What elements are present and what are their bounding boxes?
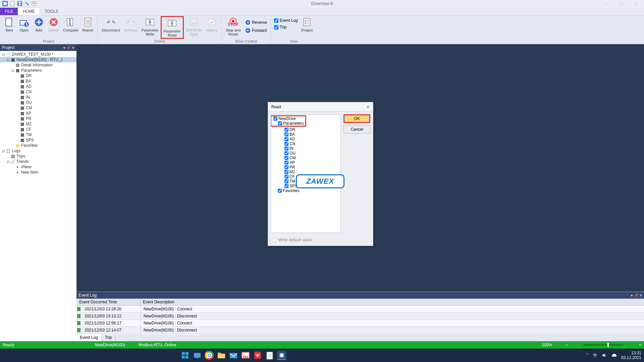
dtree-ap[interactable]: AP (271, 160, 340, 165)
dtree-favorites[interactable]: Favorites (271, 188, 340, 193)
dtree-cm[interactable]: CM (271, 156, 340, 160)
tree-param-cm[interactable]: ▦CM (0, 105, 76, 111)
dtree-ba[interactable]: BA (271, 132, 340, 137)
tree-logs[interactable]: ⊟📋Logs (0, 148, 76, 154)
tree-trends[interactable]: ⊟📈Trends (0, 159, 76, 164)
task-view-icon[interactable] (193, 351, 202, 360)
tree-root[interactable]: ⊟📄ZAWEX_TEST_M100 * (0, 52, 76, 57)
history-button[interactable]: History (204, 16, 219, 39)
dtree-m2[interactable]: M2 (271, 170, 340, 174)
eeprom-save-button[interactable]: EEPROM Save (184, 16, 204, 39)
tree-param-ad[interactable]: ▦AD (0, 84, 76, 89)
event-row[interactable]: 2021/12/03 13:13:22NewDrive(M100) : Disc… (76, 313, 644, 320)
delete-button[interactable]: Delete (46, 16, 61, 33)
tree-drive[interactable]: ⊟▦NewDrive(M100) - RTU_1 (0, 57, 76, 62)
minimize-button[interactable]: — (598, 0, 613, 7)
add-button[interactable]: Add (32, 16, 46, 33)
event-row[interactable]: 2021/12/03 12:56:17NewDrive(M100) : Conn… (76, 320, 644, 327)
tree-parameters[interactable]: ⊟▦Parameters (0, 68, 76, 73)
tree-param-pr[interactable]: ▦PR (0, 116, 76, 121)
tree-param-ap[interactable]: ▦AP (0, 111, 76, 116)
forward-button[interactable]: Forward (244, 27, 268, 34)
maximize-button[interactable]: ▢ (613, 0, 629, 7)
new-button[interactable]: New (2, 16, 17, 33)
dtree-newdrive[interactable]: NewDrive (271, 116, 305, 121)
report-button[interactable]: Report (80, 16, 95, 33)
mail-icon[interactable] (229, 351, 238, 360)
dtree-parameters[interactable]: Parameters (271, 121, 305, 126)
dialog-close-icon[interactable]: ✕ (366, 105, 370, 109)
settings-button[interactable]: Settings (122, 16, 140, 39)
close-button[interactable]: ✕ (629, 0, 644, 7)
connect-icon[interactable] (24, 1, 30, 6)
trip-toggle[interactable]: Trip (273, 24, 299, 30)
menu-tools[interactable]: TOOLS (40, 8, 63, 15)
tree-trend-item[interactable]: ▪New Item (0, 170, 76, 175)
disconnect-button[interactable]: Disconnect (100, 16, 122, 39)
tree-detail-info[interactable]: ▤Detail Information (0, 62, 76, 68)
panel-dropdown-icon[interactable]: ▾ (631, 294, 633, 297)
dtree-dr[interactable]: DR (271, 127, 340, 132)
new-doc-icon[interactable] (10, 1, 15, 6)
parameter-read-button[interactable]: Parameter Read (161, 16, 184, 39)
tab-trip[interactable]: Trip (102, 335, 115, 341)
tree-param-tm[interactable]: ▦TM (0, 132, 76, 137)
dtree-pr[interactable]: PR (271, 165, 340, 170)
tree-favorites[interactable]: ⭐Favorites (0, 143, 76, 148)
tree-trend-item[interactable]: ▪#New (0, 164, 76, 170)
panel-dropdown-icon[interactable]: ▾ (63, 46, 65, 50)
start-button[interactable] (180, 351, 190, 360)
explorer-icon[interactable] (217, 351, 226, 360)
wifi-icon[interactable] (592, 353, 598, 358)
tab-event-log[interactable]: Event Log (76, 335, 102, 341)
tree-param-ba[interactable]: ▦BA (0, 78, 76, 84)
panel-close-icon[interactable]: ✕ (639, 294, 642, 297)
tree-param-cf[interactable]: ▦CF (0, 127, 76, 132)
snip-icon[interactable] (241, 351, 250, 360)
menu-file[interactable]: FILE (0, 8, 18, 15)
tree-param-in[interactable]: ▦IN (0, 95, 76, 100)
menu-home[interactable]: HOME (18, 7, 40, 15)
driveview-app-icon[interactable] (277, 351, 286, 360)
tray-expand-icon[interactable]: ˄ (586, 353, 588, 358)
dtree-cn[interactable]: CN (271, 141, 340, 146)
dtree-in[interactable]: IN (271, 146, 340, 151)
ok-button[interactable]: OK (345, 116, 369, 122)
save-icon[interactable] (17, 1, 22, 6)
stop-reset-button[interactable]: STOP Stop and Reset (224, 16, 243, 37)
tree-param-m2[interactable]: ▦M2 (0, 121, 76, 127)
volume-icon[interactable] (602, 353, 607, 358)
event-row[interactable]: 2021/12/03 12:14:07NewDrive(M100) : Disc… (76, 327, 644, 334)
tree-param-dr[interactable]: ▦DR (0, 73, 76, 78)
dtree-ou[interactable]: OU (271, 151, 340, 156)
cloud-icon[interactable] (611, 353, 617, 358)
options-dropdown-icon[interactable] (32, 1, 37, 6)
panel-pin-icon[interactable]: 📌 (634, 294, 638, 297)
pdf-icon[interactable] (253, 351, 262, 360)
eventlog-toggle[interactable]: Event Log (273, 17, 299, 23)
tree-trips[interactable]: ▤Trips (0, 154, 76, 159)
dialog-tree[interactable]: NewDrive Parameters DRBAADCNINOUCMAPPRM2… (271, 114, 341, 233)
tree-param-ou[interactable]: ▦OU (0, 100, 76, 105)
reverse-button[interactable]: Reverse (244, 19, 268, 26)
zoom-in-button[interactable]: + (639, 343, 641, 347)
project-tree[interactable]: ⊟📄ZAWEX_TEST_M100 * ⊟▦NewDrive(M100) - R… (0, 51, 76, 341)
cancel-button[interactable]: Cancel (343, 125, 370, 134)
tree-param-sps[interactable]: ▦SPS (0, 137, 76, 143)
history-icon (206, 17, 217, 27)
chrome-icon[interactable] (205, 351, 214, 360)
event-rows[interactable]: 2021/12/03 13:28:20NewDrive(M100) : Conn… (76, 306, 644, 335)
zoom-out-button[interactable]: − (566, 343, 568, 347)
notepad-icon[interactable] (265, 351, 274, 360)
zoom-slider[interactable] (583, 344, 624, 346)
compare-button[interactable]: Compare (61, 16, 80, 33)
taskbar-clock[interactable]: 13:31 03.12.2021 (621, 351, 641, 360)
parameter-write-button[interactable]: Parameter Write (139, 16, 160, 39)
open-button[interactable]: Open (17, 16, 32, 33)
event-row[interactable]: 2021/12/03 13:28:20NewDrive(M100) : Conn… (76, 306, 644, 313)
dtree-ad[interactable]: AD (271, 137, 340, 141)
panel-pin-icon[interactable]: 📌 (66, 46, 70, 50)
panel-close-icon[interactable]: ✕ (72, 46, 74, 50)
project-view-button[interactable]: Project (299, 16, 315, 33)
tree-param-cn[interactable]: ▦CN (0, 89, 76, 95)
